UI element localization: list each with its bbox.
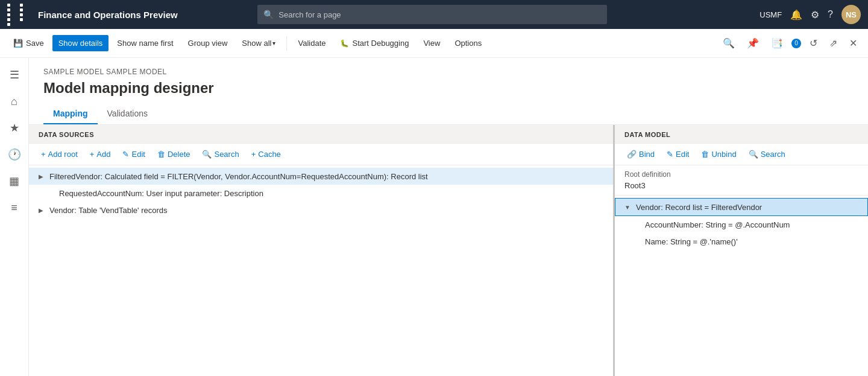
account-number-label: AccountNumber: String = @.AccountNum (645, 220, 790, 229)
show-all-button[interactable]: Show all ▾ (236, 35, 281, 51)
cache-icon: + (251, 150, 256, 159)
dm-search-icon: 🔍 (749, 150, 758, 159)
dm-item-account-number[interactable]: ▶ AccountNumber: String = @.AccountNum (615, 216, 868, 233)
data-model-header: DATA MODEL (615, 125, 868, 144)
unbind-button[interactable]: 🗑 Unbind (696, 147, 741, 161)
tab-mapping[interactable]: Mapping (43, 104, 98, 124)
debug-icon: 🐛 (340, 39, 349, 48)
dm-search-button[interactable]: 🔍 Search (744, 147, 790, 161)
vendor-table-label: Vendor: Table 'VendTable' records (49, 206, 168, 215)
view-button[interactable]: View (417, 35, 446, 51)
data-sources-panel: DATA SOURCES + Add root + Add ✎ Edit (29, 125, 615, 376)
expand-vendor-table[interactable]: ▶ (36, 205, 46, 215)
company-label: USMF (760, 10, 782, 19)
bind-button[interactable]: 🔗 Bind (622, 147, 659, 161)
user-avatar[interactable]: NS (841, 5, 861, 24)
global-search-bar[interactable]: 🔍 (257, 5, 607, 24)
breadcrumb: SAMPLE MODEL SAMPLE MODEL (43, 68, 854, 76)
add-button[interactable]: + Add (85, 147, 116, 161)
refresh-icon[interactable]: ↺ (806, 35, 821, 51)
unbind-icon: 🗑 (701, 150, 709, 159)
vendor-record-label: Vendor: Record list = FilteredVendor (636, 203, 762, 212)
data-sources-toolbar: + Add root + Add ✎ Edit 🗑 Delete (29, 144, 613, 165)
chevron-down-icon: ▾ (272, 40, 275, 46)
name-label: Name: String = @.'name()' (645, 237, 738, 246)
bookmark-icon[interactable]: 📑 (767, 35, 787, 51)
data-model-panel: DATA MODEL 🔗 Bind ✎ Edit 🗑 Unbind (615, 125, 868, 376)
add-root-button[interactable]: + Add root (36, 147, 83, 161)
tree-item-filtered-vendor[interactable]: ▶ FilteredVendor: Calculated field = FIL… (29, 168, 613, 185)
settings-icon[interactable]: ⚙ (811, 9, 819, 21)
ds-search-button[interactable]: 🔍 Search (197, 147, 244, 161)
dm-edit-button[interactable]: ✎ Edit (662, 147, 694, 161)
root-definition-value: Root3 (624, 181, 858, 190)
search-toolbar-icon[interactable]: 🔍 (719, 35, 738, 51)
plus-icon: + (41, 150, 46, 159)
start-debugging-button[interactable]: 🐛 Start Debugging (334, 35, 415, 51)
toolbar-right: 🔍 📌 📑 0 ↺ ⇗ ✕ (719, 35, 861, 51)
notifications-icon[interactable]: 🔔 (790, 9, 802, 21)
show-details-button[interactable]: Show details (52, 35, 109, 51)
left-sidebar: ☰ ⌂ ★ 🕐 ▦ ≡ (0, 58, 29, 376)
options-button[interactable]: Options (448, 35, 488, 51)
bind-icon: 🔗 (627, 150, 637, 159)
edit-icon: ✎ (122, 150, 129, 159)
plus-icon-2: + (90, 150, 95, 159)
close-icon[interactable]: ✕ (846, 35, 861, 51)
sidebar-item-modules[interactable]: ≡ (2, 196, 27, 220)
open-new-window-icon[interactable]: ⇗ (826, 35, 841, 51)
data-sources-tree: ▶ FilteredVendor: Calculated field = FIL… (29, 165, 613, 376)
nav-right: USMF 🔔 ⚙ ? NS (760, 5, 861, 24)
show-name-first-button[interactable]: Show name first (111, 35, 179, 51)
sidebar-item-recent[interactable]: 🕐 (2, 142, 27, 167)
search-icon-2: 🔍 (202, 150, 212, 159)
sidebar-item-workspaces[interactable]: ▦ (2, 169, 27, 193)
tree-item-requested-account[interactable]: ▶ RequestedAccountNum: User input parame… (29, 185, 613, 202)
requested-account-label: RequestedAccountNum: User input paramete… (59, 189, 263, 198)
save-icon: 💾 (13, 39, 23, 48)
root-definition-area: Root definition Root3 (615, 165, 868, 196)
top-nav: Finance and Operations Preview 🔍 USMF 🔔 … (0, 0, 868, 29)
tree-item-vendor-table[interactable]: ▶ Vendor: Table 'VendTable' records (29, 202, 613, 218)
sidebar-item-menu[interactable]: ☰ (2, 63, 27, 87)
data-model-toolbar: 🔗 Bind ✎ Edit 🗑 Unbind 🔍 Search (615, 144, 868, 165)
notification-badge: 0 (791, 39, 801, 48)
save-button[interactable]: 💾 Save (7, 35, 50, 51)
page-title: Model mapping designer (43, 80, 854, 97)
expand-filtered-vendor[interactable]: ▶ (36, 171, 46, 181)
sidebar-item-home[interactable]: ⌂ (2, 89, 27, 113)
edit-button[interactable]: ✎ Edit (118, 147, 149, 161)
designer-area: DATA SOURCES + Add root + Add ✎ Edit (29, 125, 868, 376)
dm-edit-icon: ✎ (667, 150, 673, 159)
help-icon[interactable]: ? (828, 9, 833, 20)
main-toolbar: 💾 Save Show details Show name first Grou… (0, 29, 868, 58)
dm-expand-vendor[interactable]: ▼ (623, 202, 632, 212)
global-search-input[interactable] (278, 10, 601, 19)
toolbar-divider-1 (286, 36, 287, 51)
group-view-button[interactable]: Group view (182, 35, 234, 51)
root-definition-label: Root definition (624, 170, 858, 179)
page-layout: ☰ ⌂ ★ 🕐 ▦ ≡ SAMPLE MODEL SAMPLE MODEL Mo… (0, 58, 868, 376)
main-content: SAMPLE MODEL SAMPLE MODEL Model mapping … (29, 58, 868, 376)
filtered-vendor-label: FilteredVendor: Calculated field = FILTE… (49, 172, 428, 181)
validate-button[interactable]: Validate (292, 35, 332, 51)
dm-item-vendor-record[interactable]: ▼ Vendor: Record list = FilteredVendor (615, 198, 868, 216)
page-tabs: Mapping Validations (43, 104, 854, 124)
app-grid-button[interactable] (7, 4, 31, 26)
tab-validations[interactable]: Validations (98, 104, 157, 124)
data-sources-header: DATA SOURCES (29, 125, 613, 144)
page-header: SAMPLE MODEL SAMPLE MODEL Model mapping … (29, 58, 868, 125)
data-model-tree: ▼ Vendor: Record list = FilteredVendor ▶… (615, 196, 868, 376)
dm-item-name[interactable]: ▶ Name: String = @.'name()' (615, 233, 868, 250)
pin-icon[interactable]: 📌 (743, 35, 763, 51)
app-title: Finance and Operations Preview (38, 10, 178, 20)
delete-button[interactable]: 🗑 Delete (153, 147, 195, 161)
delete-icon: 🗑 (157, 150, 165, 159)
search-icon: 🔍 (263, 10, 274, 19)
cache-button[interactable]: + Cache (247, 147, 286, 161)
sidebar-item-favorites[interactable]: ★ (2, 116, 27, 140)
